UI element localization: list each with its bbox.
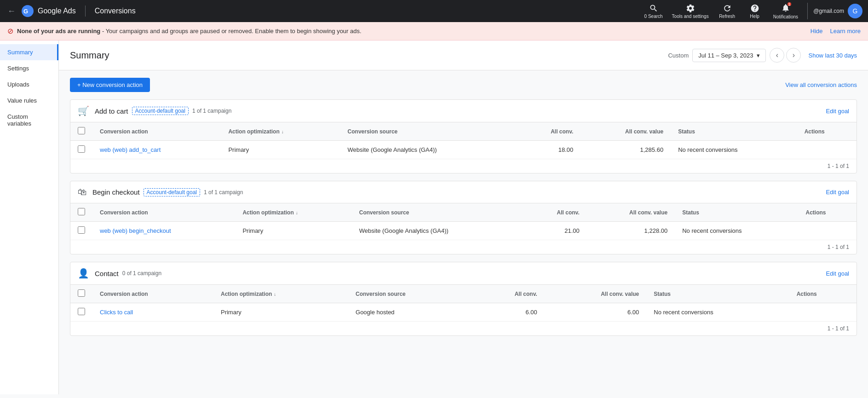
sort-icon-optimization-begin-checkout: ↓ (296, 210, 298, 215)
row-checkbox-add-to-cart-0[interactable] (78, 145, 85, 153)
page-title: Summary (70, 50, 668, 61)
alert-hide-button[interactable]: Hide (811, 28, 823, 35)
nav-divider (85, 6, 86, 17)
action-link-contact-0[interactable]: Clicks to call (100, 309, 133, 316)
alert-bar: ⊘ None of your ads are running - Your ca… (0, 22, 868, 40)
col-status-contact: Status (646, 285, 789, 303)
col-source-contact: Conversion source (348, 285, 473, 303)
cell-action-contact-0: Clicks to call (92, 303, 213, 322)
conv-group-badge-add-to-cart: Account-default goal (132, 107, 189, 115)
conv-table-add-to-cart: Conversion actionAction optimization↓Con… (70, 122, 857, 159)
search-button[interactable]: 0 Search (641, 2, 667, 21)
tools-button[interactable]: Tools and settings (668, 2, 713, 21)
pagination-contact: 1 - 1 of 1 (70, 321, 857, 335)
col-optimization-contact[interactable]: Action optimization↓ (213, 285, 348, 303)
search-icon (649, 4, 658, 13)
conv-group-badge-begin-checkout: Account-default goal (144, 188, 200, 196)
search-label: 0 Search (644, 14, 663, 19)
conversion-groups: 🛒Add to cartAccount-default goal1 of 1 c… (70, 99, 857, 336)
col-optimization-begin-checkout[interactable]: Action optimization↓ (235, 203, 351, 222)
content-area: + New conversion action View all convers… (59, 70, 868, 351)
notifications-button[interactable]: 1 Notifications (770, 1, 802, 21)
pagination-begin-checkout: 1 - 1 of 1 (70, 240, 857, 254)
google-ads-logo: G (21, 5, 34, 17)
sidebar-item-summary[interactable]: Summary (0, 44, 58, 60)
conv-group-header-contact: 👤Contact0 of 1 campaignEdit goal (70, 262, 857, 285)
col-action-add-to-cart: Conversion action (92, 122, 221, 141)
sort-icon-optimization-add-to-cart: ↓ (282, 129, 284, 134)
notifications-label: Notifications (773, 14, 798, 19)
back-button[interactable]: ← (6, 6, 17, 16)
tools-icon (686, 4, 695, 13)
cell-status-begin-checkout-0: No recent conversions (675, 222, 798, 240)
row-checkbox-contact-0[interactable] (78, 308, 85, 315)
cell-actions-add-to-cart-0 (797, 141, 857, 159)
new-conversion-button[interactable]: + New conversion action (70, 78, 150, 92)
conv-group-title-begin-checkout: Begin checkout (92, 188, 140, 196)
alert-bold: None of your ads are running (17, 28, 100, 35)
date-range-value: Jul 11 – Sep 3, 2023 (698, 52, 753, 59)
col-optimization-add-to-cart[interactable]: Action optimization↓ (221, 122, 340, 141)
table-row: Clicks to callPrimaryGoogle hosted6.006.… (70, 303, 857, 322)
select-all-checkbox-add-to-cart[interactable] (78, 127, 85, 134)
refresh-button[interactable]: Refresh (714, 2, 740, 21)
help-icon (750, 4, 759, 13)
show-last-button[interactable]: Show last 30 days (808, 52, 857, 59)
action-link-add-to-cart-0[interactable]: web (web) add_to_cart (100, 146, 161, 153)
user-avatar[interactable]: G (848, 4, 862, 18)
refresh-icon (723, 4, 732, 13)
date-next-button[interactable]: › (786, 48, 801, 63)
conv-group-icon-add-to-cart: 🛒 (78, 105, 89, 116)
chevron-down-icon: ▾ (757, 52, 760, 59)
conv-group-edit-begin-checkout[interactable]: Edit goal (826, 189, 849, 196)
alert-message: - Your campaigns and ad groups are pause… (102, 28, 362, 35)
select-all-checkbox-begin-checkout[interactable] (78, 208, 85, 215)
cell-all-conv-value-add-to-cart-0: 1,285.60 (581, 141, 671, 159)
tools-label: Tools and settings (672, 14, 709, 19)
alert-text: None of your ads are running - Your camp… (17, 28, 807, 35)
row-checkbox-begin-checkout-0[interactable] (78, 226, 85, 234)
conv-group-header-begin-checkout: 🛍Begin checkoutAccount-default goal1 of … (70, 181, 857, 203)
sidebar-item-settings[interactable]: Settings (0, 60, 58, 76)
date-label: Custom (668, 52, 689, 59)
conv-group-meta-begin-checkout: 1 of 1 campaign (204, 189, 243, 196)
conv-group-meta-add-to-cart: 1 of 1 campaign (192, 108, 231, 114)
conv-table-contact: Conversion actionAction optimization↓Con… (70, 285, 857, 321)
cell-status-add-to-cart-0: No recent conversions (671, 141, 797, 159)
nav-page-title: Conversions (95, 7, 136, 15)
cell-action-begin-checkout-0: web (web) begin_checkout (92, 222, 235, 240)
col-action-begin-checkout: Conversion action (92, 203, 235, 222)
top-nav: ← G Google Ads Conversions 0 Search Tool… (0, 0, 868, 22)
sidebar-item-custom-variables[interactable]: Custom variables (0, 109, 58, 132)
date-picker[interactable]: Jul 11 – Sep 3, 2023 ▾ (692, 49, 766, 62)
cell-optimization-contact-0: Primary (213, 303, 348, 322)
col-select-all-add-to-cart (70, 122, 92, 141)
col-source-add-to-cart: Conversion source (340, 122, 517, 141)
alert-actions: Hide Learn more (811, 28, 861, 35)
table-row: web (web) add_to_cartPrimaryWebsite (Goo… (70, 141, 857, 159)
alert-learn-button[interactable]: Learn more (830, 28, 861, 35)
col-status-add-to-cart: Status (671, 122, 797, 141)
select-all-checkbox-contact[interactable] (78, 289, 85, 297)
col-select-all-contact (70, 285, 92, 303)
view-all-button[interactable]: View all conversion actions (785, 81, 857, 88)
refresh-label: Refresh (719, 14, 735, 19)
sidebar-item-uploads[interactable]: Uploads (0, 76, 58, 92)
cell-all-conv-contact-0: 6.00 (473, 303, 545, 322)
col-status-begin-checkout: Status (675, 203, 798, 222)
cell-optimization-add-to-cart-0: Primary (221, 141, 340, 159)
conv-group-edit-contact[interactable]: Edit goal (826, 270, 849, 277)
user-email: @gmail.com (813, 8, 844, 14)
col-actions-contact: Actions (789, 285, 857, 303)
date-prev-button[interactable]: ‹ (770, 48, 784, 63)
sidebar-item-value-rules[interactable]: Value rules (0, 92, 58, 109)
cell-actions-contact-0 (789, 303, 857, 322)
col-all_conv_value-contact: All conv. value (545, 285, 647, 303)
conv-group-edit-add-to-cart[interactable]: Edit goal (826, 108, 849, 115)
date-range-container: Custom Jul 11 – Sep 3, 2023 ▾ ‹ › Show l… (668, 48, 857, 63)
cell-all-conv-add-to-cart-0: 18.00 (517, 141, 581, 159)
action-link-begin-checkout-0[interactable]: web (web) begin_checkout (100, 227, 171, 234)
pagination-add-to-cart: 1 - 1 of 1 (70, 159, 857, 173)
date-nav-arrows: ‹ › (770, 48, 801, 63)
help-button[interactable]: Help (742, 2, 768, 21)
